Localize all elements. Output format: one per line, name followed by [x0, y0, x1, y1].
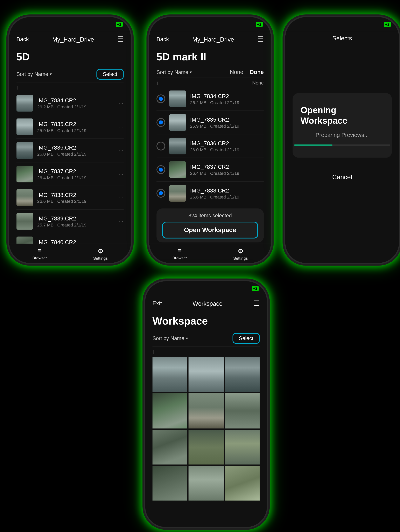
settings-icon-1: ⚙	[98, 247, 103, 255]
progress-fill	[294, 144, 333, 146]
loading-card: Opening Workspace Preparing Previews...	[292, 93, 392, 158]
file-thumb-1-2	[16, 119, 33, 135]
grid-cell-12[interactable]	[225, 466, 260, 501]
status-icons-3: +2	[384, 22, 391, 27]
grid-cell-2[interactable]	[189, 357, 224, 392]
image-grid	[152, 356, 260, 502]
grid-cell-10[interactable]	[152, 466, 187, 501]
file-name-2-5: IMG_7838.CR2	[190, 187, 264, 194]
file-item-1-3: IMG_7836.CR2 26.0 MB Created 2/1/19 ···	[16, 139, 124, 163]
file-meta-1-1: 26.2 MB Created 2/1/19	[37, 104, 114, 109]
file-item-2-1[interactable]: IMG_7834.CR2 26.2 MB Created 2/1/19	[156, 87, 264, 111]
back-button-1[interactable]: Back	[16, 36, 29, 42]
file-item-2-3[interactable]: IMG_7836.CR2 26.0 MB Created 2/1/19	[156, 134, 264, 158]
more-icon-1-6[interactable]: ···	[118, 218, 124, 225]
status-bar-2: +2	[149, 17, 271, 32]
nav-title-3: Selects	[332, 35, 352, 42]
file-thumb-2-2	[169, 114, 186, 131]
file-name-1-5: IMG_7838.CR2	[37, 192, 114, 198]
file-meta-2-3: 26.0 MB Created 2/1/19	[190, 147, 264, 152]
tab-settings-1[interactable]: ⚙ Settings	[70, 244, 131, 263]
more-icon-1-3[interactable]: ···	[118, 147, 124, 154]
file-thumb-2-4	[169, 161, 186, 178]
file-item-1-5: IMG_7838.CR2 26.6 MB Created 2/1/19 ···	[16, 186, 124, 210]
tab-settings-2[interactable]: ⚙ Settings	[210, 244, 271, 263]
tab-settings-label-2: Settings	[233, 256, 248, 260]
exit-button[interactable]: Exit	[152, 300, 162, 306]
status-icons-4: +2	[252, 286, 259, 291]
chevron-down-icon-2: ▾	[190, 70, 192, 74]
nav-title-4: Workspace	[192, 300, 222, 307]
tab-bar-2: ≡ Browser ⚙ Settings	[149, 244, 271, 263]
file-name-1-3: IMG_7836.CR2	[37, 145, 114, 151]
sort-button-2[interactable]: Sort by Name ▾	[156, 69, 192, 75]
tab-browser-1[interactable]: ≡ Browser	[9, 244, 70, 263]
grid-cell-4[interactable]	[152, 393, 187, 429]
section-letter-1: I	[16, 82, 124, 91]
cancel-button[interactable]: Cancel	[332, 173, 352, 181]
done-button-2[interactable]: Done	[250, 69, 264, 75]
radio-1[interactable]	[156, 94, 165, 103]
toolbar-4: Sort by Name ▾ Select	[152, 331, 260, 347]
file-item-2-4[interactable]: IMG_7837.CR2 26.4 MB Created 2/1/19	[156, 158, 264, 182]
nav-bar-1: Back My_Hard_Drive ☰	[9, 32, 131, 47]
phone-4: +2 Exit Workspace ☰ Workspace Sort by Na…	[144, 280, 268, 528]
grid-cell-3[interactable]	[225, 357, 260, 392]
file-item-1-4: IMG_7837.CR2 26.4 MB Created 2/1/19 ···	[16, 162, 124, 186]
file-thumb-2-5	[169, 185, 186, 202]
status-bar-3: +2	[285, 17, 399, 32]
back-button-2[interactable]: Back	[156, 36, 169, 42]
file-meta-1-3: 26.0 MB Created 2/1/19	[37, 152, 114, 157]
radio-5[interactable]	[156, 189, 165, 197]
select-button-4[interactable]: Select	[233, 333, 260, 344]
file-info-1-6: IMG_7839.CR2 25.7 MB Created 2/1/19	[37, 215, 114, 227]
grid-cell-1[interactable]	[152, 357, 187, 392]
file-name-1-2: IMG_7835.CR2	[37, 121, 114, 127]
status-icons-1: +2	[116, 22, 123, 27]
file-info-1-5: IMG_7838.CR2 26.6 MB Created 2/1/19	[37, 192, 114, 204]
grid-cell-8[interactable]	[189, 430, 224, 465]
file-name-1-4: IMG_7837.CR2	[37, 168, 114, 174]
grid-cell-7[interactable]	[152, 430, 187, 465]
sort-button-1[interactable]: Sort by Name ▾	[16, 71, 52, 77]
radio-3[interactable]	[156, 142, 165, 150]
menu-icon-1[interactable]: ☰	[117, 35, 124, 44]
content-2: 5D mark II Sort by Name ▾ None Done I No…	[149, 47, 271, 242]
file-item-1-1: IMG_7834.CR2 26.2 MB Created 2/1/19 ···	[16, 92, 124, 115]
select-button-1[interactable]: Select	[96, 69, 124, 80]
section-letter-2: I	[156, 78, 158, 87]
grid-cell-11[interactable]	[189, 466, 224, 501]
more-icon-1-5[interactable]: ···	[118, 194, 124, 201]
radio-2[interactable]	[156, 118, 165, 127]
file-item-2-5[interactable]: IMG_7838.CR2 26.6 MB Created 2/1/19	[156, 182, 264, 205]
open-workspace-button[interactable]: Open Workspace	[162, 222, 258, 239]
phone-1: +2 Back My_Hard_Drive ☰ 5D Sort by Name …	[8, 16, 132, 264]
page-title-2: 5D mark II	[156, 47, 264, 66]
file-name-2-3: IMG_7836.CR2	[190, 140, 264, 146]
tab-browser-2[interactable]: ≡ Browser	[149, 244, 210, 263]
grid-cell-5[interactable]	[189, 393, 224, 429]
section-letter-4: I	[152, 347, 260, 356]
more-icon-1-1[interactable]: ···	[118, 100, 124, 107]
chevron-down-icon-4: ▾	[186, 336, 188, 341]
file-meta-2-4: 26.4 MB Created 2/1/19	[190, 171, 264, 176]
grid-cell-6[interactable]	[225, 393, 260, 429]
menu-icon-2[interactable]: ☰	[257, 35, 264, 44]
sort-button-4[interactable]: Sort by Name ▾	[152, 335, 188, 341]
nav-title-1: My_Hard_Drive	[52, 36, 94, 43]
file-info-2-2: IMG_7835.CR2 25.9 MB Created 2/1/19	[190, 116, 264, 128]
menu-icon-4[interactable]: ☰	[253, 299, 260, 308]
grid-cell-9[interactable]	[225, 430, 260, 465]
radio-4[interactable]	[156, 165, 165, 174]
nav-bar-2: Back My_Hard_Drive ☰	[149, 32, 271, 47]
file-meta-1-2: 25.9 MB Created 2/1/19	[37, 128, 114, 133]
file-name-2-1: IMG_7834.CR2	[190, 93, 264, 99]
file-item-2-2[interactable]: IMG_7835.CR2 25.9 MB Created 2/1/19	[156, 111, 264, 135]
file-info-1-1: IMG_7834.CR2 26.2 MB Created 2/1/19	[37, 97, 114, 109]
nav-title-2: My_Hard_Drive	[192, 36, 234, 43]
none-button-2[interactable]: None	[230, 69, 243, 75]
more-icon-1-4[interactable]: ···	[118, 171, 124, 178]
settings-icon-2: ⚙	[238, 247, 243, 255]
more-icon-1-2[interactable]: ···	[118, 123, 124, 130]
status-bar-4: +2	[145, 281, 267, 296]
